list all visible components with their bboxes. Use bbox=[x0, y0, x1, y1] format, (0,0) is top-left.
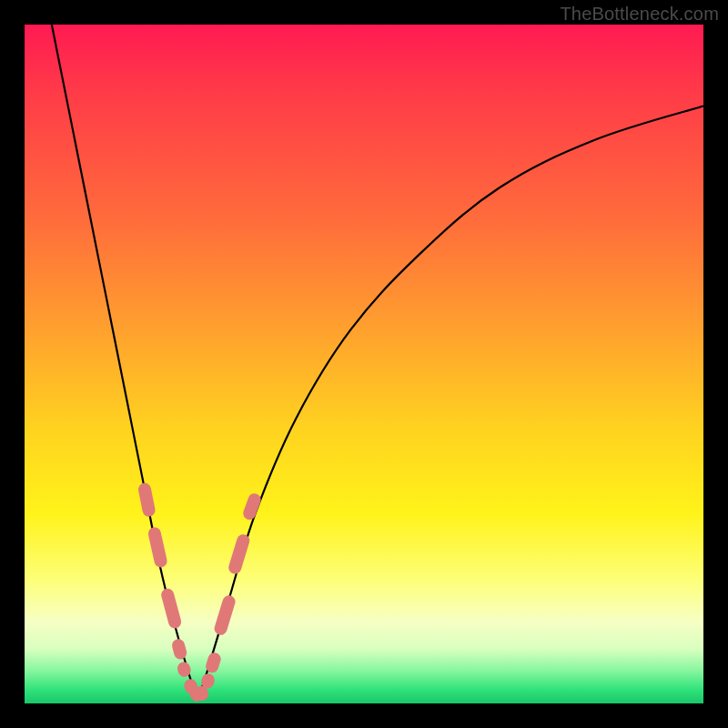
curve-right-curve bbox=[197, 106, 703, 701]
bead-marker bbox=[228, 532, 251, 575]
curve-layer bbox=[52, 25, 703, 700]
bead-marker bbox=[170, 638, 187, 661]
curve-left-curve bbox=[52, 25, 197, 700]
bead-marker bbox=[137, 482, 157, 518]
bead-marker bbox=[213, 594, 237, 637]
plot-area bbox=[25, 25, 703, 703]
bead-marker bbox=[160, 587, 183, 630]
bead-marker bbox=[147, 526, 168, 569]
bead-marker bbox=[241, 491, 262, 521]
attribution-watermark: TheBottleneck.com bbox=[560, 4, 719, 25]
marker-layer bbox=[137, 482, 263, 703]
chart-svg bbox=[25, 25, 703, 703]
chart-frame: TheBottleneck.com bbox=[0, 0, 728, 728]
